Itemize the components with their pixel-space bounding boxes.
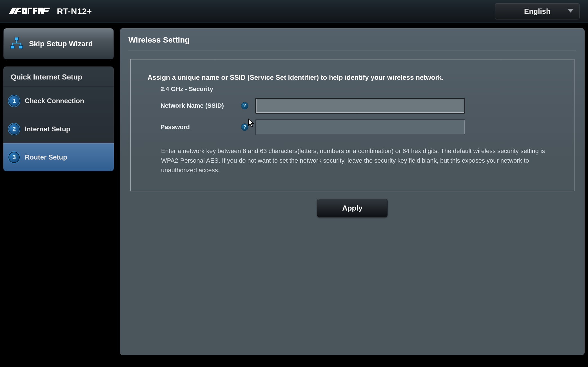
apply-button[interactable]: Apply (317, 199, 387, 217)
step-router-setup[interactable]: 3 Router Setup (3, 143, 114, 171)
ssid-field-row: Network Name (SSID) ? (161, 98, 557, 114)
svg-marker-6 (42, 8, 50, 14)
step-label: Internet Setup (25, 125, 70, 133)
help-icon[interactable]: ? (241, 102, 248, 109)
svg-marker-5 (38, 8, 43, 14)
svg-rect-8 (15, 37, 19, 40)
logo-block: RT-N12+ (8, 5, 92, 17)
network-map-icon (9, 36, 24, 52)
skip-setup-label: Skip Setup Wizard (29, 39, 93, 48)
page-title: Wireless Setting (128, 36, 576, 50)
svg-rect-10 (19, 45, 23, 48)
sidebar: Skip Setup Wizard Quick Internet Setup 1… (3, 28, 114, 171)
password-label: Password (161, 123, 241, 131)
step-label: Check Connection (25, 97, 84, 105)
skip-setup-wizard-button[interactable]: Skip Setup Wizard (3, 28, 114, 59)
quick-internet-setup-panel: Quick Internet Setup 1 Check Connection … (3, 67, 114, 171)
step-number: 1 (8, 95, 20, 107)
svg-marker-4 (33, 8, 37, 14)
step-internet-setup[interactable]: 2 Internet Setup (3, 115, 114, 143)
svg-marker-3 (28, 8, 32, 14)
chevron-down-icon (567, 8, 574, 14)
step-number: 2 (8, 123, 20, 135)
svg-marker-7 (567, 9, 574, 12)
language-label: English (524, 7, 551, 16)
instruction-text: Assign a unique name or SSID (Service Se… (148, 74, 557, 81)
main-panel: Wireless Setting Assign a unique name or… (120, 28, 585, 355)
ssid-label: Network Name (SSID) (161, 102, 241, 109)
header-bar: RT-N12+ English (0, 0, 588, 23)
svg-rect-9 (11, 45, 14, 48)
model-name: RT-N12+ (57, 6, 92, 16)
language-select[interactable]: English (495, 3, 580, 19)
step-label: Router Setup (25, 153, 67, 161)
password-note: Enter a network key between 8 and 63 cha… (161, 146, 549, 175)
step-check-connection[interactable]: 1 Check Connection (3, 87, 114, 115)
svg-marker-2 (22, 8, 27, 14)
help-icon[interactable]: ? (241, 123, 248, 131)
ssid-input[interactable] (255, 98, 465, 114)
password-field-row: Password ? (161, 119, 557, 135)
asus-logo-icon (8, 5, 51, 17)
wireless-setting-form: Assign a unique name or SSID (Service Se… (130, 59, 574, 191)
password-input[interactable] (255, 119, 465, 135)
panel-title: Quick Internet Setup (3, 67, 114, 87)
step-number: 3 (8, 151, 20, 163)
band-security-heading: 2.4 GHz - Security (161, 85, 557, 93)
